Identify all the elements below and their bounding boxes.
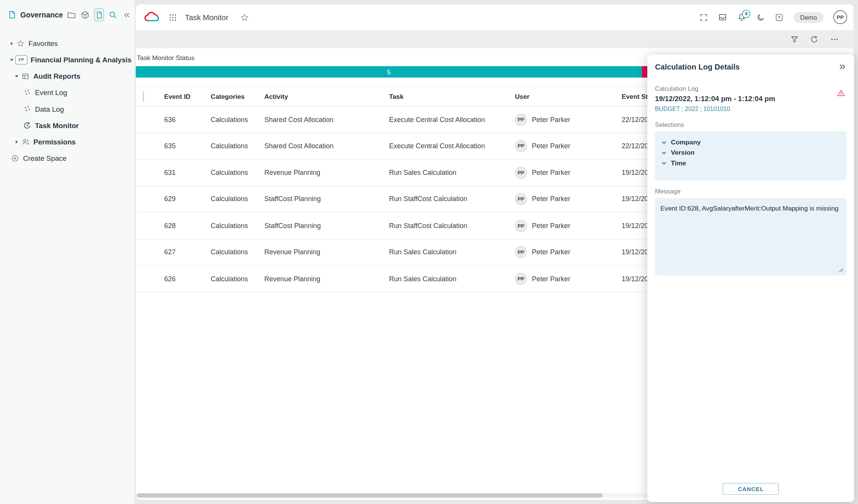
user-avatar: PP bbox=[515, 246, 527, 258]
caret-down-icon[interactable] bbox=[8, 57, 15, 62]
cancel-button[interactable]: CANCEL bbox=[723, 483, 779, 495]
caret-right-icon[interactable] bbox=[13, 139, 20, 144]
apps-grid-icon[interactable] bbox=[168, 13, 177, 22]
sidebar-item-label: Favorites bbox=[29, 39, 58, 48]
sidebar-item-event-log[interactable]: Event Log bbox=[0, 84, 135, 101]
cell-user: PP Peter Parker bbox=[515, 140, 622, 152]
cell-activity: Revenue Planning bbox=[264, 275, 389, 282]
notification-count-badge: 0 bbox=[742, 10, 750, 18]
status-segment-count: 5 bbox=[387, 68, 391, 76]
scatter-icon bbox=[23, 88, 31, 97]
sidebar-item-task-monitor[interactable]: Task Monitor bbox=[0, 117, 135, 133]
more-options-ellipsis-icon[interactable] bbox=[829, 35, 839, 43]
cell-task: Run Sales Calculation bbox=[389, 275, 515, 282]
cell-user: PP Peter Parker bbox=[515, 114, 622, 126]
cell-categories: Calculations bbox=[211, 195, 264, 203]
select-all-checkbox[interactable] bbox=[143, 91, 144, 101]
users-icon bbox=[21, 138, 30, 146]
sidebar-item-label: Task Monitor bbox=[35, 121, 79, 130]
cell-categories: Calculations bbox=[211, 275, 264, 282]
cell-categories: Calculations bbox=[211, 116, 264, 124]
column-header[interactable]: Activity bbox=[264, 93, 389, 100]
scatter-icon bbox=[23, 105, 31, 113]
page-title: Task Monitor bbox=[185, 13, 228, 22]
inbox-icon[interactable] bbox=[718, 13, 727, 22]
cell-user: PP Peter Parker bbox=[515, 246, 622, 258]
plus-circle-icon bbox=[11, 154, 19, 162]
selection-group-label: Time bbox=[671, 159, 686, 167]
favorite-star-icon[interactable] bbox=[240, 13, 249, 22]
cell-user: PP Peter Parker bbox=[515, 273, 622, 285]
sidebar-item-favorites[interactable]: Favorites bbox=[0, 35, 135, 51]
header-right: 0 ? Demo PP bbox=[699, 10, 847, 24]
chevron-down-icon bbox=[661, 160, 667, 166]
sidebar-item-data-log[interactable]: Data Log bbox=[0, 101, 135, 117]
cell-activity: StaffCost Planning bbox=[264, 222, 389, 230]
selection-group-label: Company bbox=[671, 138, 701, 146]
column-header[interactable]: Task bbox=[389, 93, 515, 100]
user-avatar[interactable]: PP bbox=[833, 10, 847, 24]
cell-categories: Calculations bbox=[211, 142, 264, 150]
cell-event-id: 629 bbox=[164, 195, 211, 203]
message-box[interactable]: Event ID:628, AvgSalaryafterMerit:Output… bbox=[655, 198, 847, 276]
cell-user: PP Peter Parker bbox=[515, 193, 622, 205]
selection-group-time[interactable]: Time bbox=[661, 159, 841, 167]
help-icon[interactable]: ? bbox=[775, 13, 784, 22]
dark-mode-moon-icon[interactable] bbox=[756, 13, 765, 22]
cell-activity: Shared Cost Allocation bbox=[264, 116, 389, 124]
cell-event-id: 631 bbox=[164, 169, 211, 176]
user-avatar: PP bbox=[515, 193, 527, 205]
selection-group-version[interactable]: Version bbox=[661, 149, 841, 156]
sidebar-item-financial-planning[interactable]: FP Financial Planning & Analysis bbox=[0, 51, 135, 68]
caret-down-icon[interactable] bbox=[13, 74, 20, 79]
column-header[interactable]: Categories bbox=[211, 93, 264, 100]
selection-group-company[interactable]: Company bbox=[661, 138, 841, 146]
cell-event-id: 626 bbox=[164, 275, 211, 282]
sidebar-item-label: Permissions bbox=[33, 138, 76, 146]
message-label: Message bbox=[655, 188, 847, 195]
search-icon[interactable] bbox=[108, 8, 118, 22]
user-avatar: PP bbox=[515, 220, 527, 232]
collapse-panel-icon[interactable] bbox=[838, 62, 847, 71]
notifications-bell-icon[interactable]: 0 bbox=[737, 13, 746, 22]
user-avatar: PP bbox=[515, 114, 527, 126]
sidebar-item-label: Data Log bbox=[35, 105, 64, 113]
environment-badge[interactable]: Demo bbox=[794, 12, 824, 23]
user-name: Peter Parker bbox=[532, 249, 570, 256]
svg-text:?: ? bbox=[778, 15, 780, 19]
user-avatar: PP bbox=[515, 140, 527, 152]
user-name: Peter Parker bbox=[532, 195, 570, 203]
cell-activity: StaffCost Planning bbox=[264, 195, 389, 203]
fullscreen-icon[interactable] bbox=[699, 13, 708, 22]
brand-cloud-logo[interactable] bbox=[143, 11, 162, 24]
filter-funnel-icon[interactable] bbox=[790, 35, 799, 43]
resize-handle-icon[interactable] bbox=[838, 267, 844, 273]
folder-icon[interactable] bbox=[67, 8, 77, 22]
create-space-button[interactable]: Create Space bbox=[0, 150, 135, 166]
sidebar-item-label: Audit Reports bbox=[33, 72, 81, 80]
cell-task: Run Sales Calculation bbox=[389, 169, 515, 176]
cell-event-id: 627 bbox=[164, 249, 211, 256]
horizontal-scrollbar-thumb[interactable] bbox=[137, 493, 602, 498]
panel-header: Calculation Log Details bbox=[655, 62, 847, 71]
collapse-sidebar-icon[interactable] bbox=[122, 8, 132, 22]
navigation-tree: Favorites FP Financial Planning & Analys… bbox=[0, 35, 135, 166]
sidebar-item-permissions[interactable]: Permissions bbox=[0, 133, 135, 150]
message-text: Event ID:628, AvgSalaryafterMerit:Output… bbox=[661, 204, 841, 212]
column-header[interactable]: User bbox=[515, 93, 622, 100]
governance-doc-icon bbox=[8, 10, 16, 19]
caret-right-icon[interactable] bbox=[8, 41, 15, 46]
sidebar-item-label: Event Log bbox=[35, 88, 67, 97]
cell-event-id: 628 bbox=[164, 222, 211, 230]
cell-user: PP Peter Parker bbox=[515, 220, 622, 232]
sidebar-item-audit-reports[interactable]: Audit Reports bbox=[0, 68, 135, 84]
file-icon[interactable] bbox=[94, 8, 104, 22]
cell-event-id: 636 bbox=[164, 116, 211, 124]
cell-task: Run Sales Calculation bbox=[389, 249, 515, 256]
column-header[interactable]: Event ID bbox=[164, 93, 211, 100]
refresh-icon[interactable] bbox=[810, 35, 818, 43]
cube-icon[interactable] bbox=[80, 8, 90, 22]
header-left: Task Monitor bbox=[143, 11, 249, 24]
status-segment-success[interactable]: 5 bbox=[136, 66, 642, 78]
log-timestamp: 19/12/2022, 1:12:04 pm - 1:12:04 pm bbox=[655, 95, 847, 103]
